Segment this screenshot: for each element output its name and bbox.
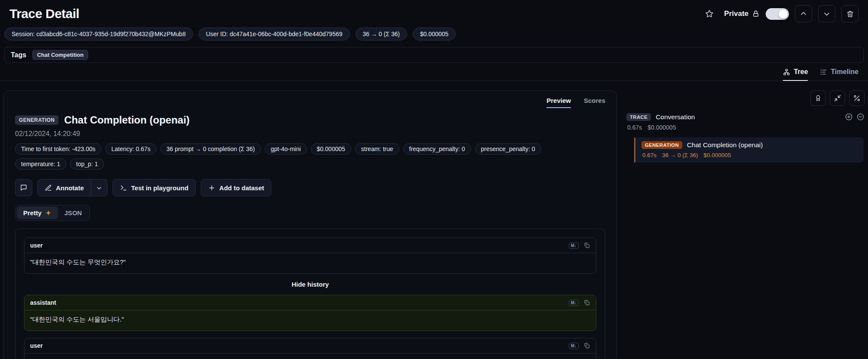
tags-label: Tags [11, 51, 26, 59]
playground-label: Test in playground [131, 184, 188, 192]
observation-title: Chat Completion (openai) [64, 114, 190, 126]
markdown-toggle-button[interactable]: M↓ [569, 300, 579, 306]
json-label: JSON [64, 209, 82, 217]
terminal-icon [120, 184, 127, 192]
tab-timeline[interactable]: Timeline [820, 68, 859, 81]
privacy-badge[interactable]: Private [724, 9, 760, 18]
tab-tree[interactable]: Tree [783, 68, 808, 81]
action-row: Annotate Test in playground [4, 179, 616, 196]
toggle-scores-button[interactable] [810, 90, 826, 106]
star-icon [705, 9, 714, 19]
annotate-button[interactable]: Annotate [37, 179, 91, 196]
pretty-tab[interactable]: Pretty [17, 207, 58, 219]
trace-tree-panel: TRACE Conversation [626, 90, 865, 163]
add-to-dataset-button[interactable]: Add to dataset [201, 179, 271, 196]
tags-panel[interactable]: Tags Chat Competition [4, 47, 864, 63]
pretty-label: Pretty [23, 209, 42, 217]
timeline-icon [820, 68, 827, 76]
chevron-up-icon [799, 9, 808, 18]
metric-pill: stream: true [355, 143, 399, 155]
metric-pill: Latency: 0.67s [105, 143, 156, 155]
page-title: Trace Detail [9, 6, 79, 21]
message-block-user: user M↓ "대한민국의 수도는 무엇인가요?" [24, 238, 596, 274]
sparkle-icon [45, 210, 52, 216]
user-id-badge[interactable]: User ID: dc47a41e-06bc-400d-bde1-f0e440d… [199, 28, 350, 40]
generation-node[interactable]: GENERATION Chat Completion (openai) 0.67… [634, 137, 864, 163]
metric-pill: 36 prompt → 0 completion (Σ 36) [160, 143, 261, 155]
markdown-toggle-button[interactable]: M↓ [569, 242, 579, 249]
generation-tokens: 36 → 0 (Σ 36) [662, 152, 698, 158]
privacy-toggle[interactable] [766, 8, 789, 20]
award-icon [814, 94, 822, 102]
observation-tabs: Preview Scores [4, 91, 616, 108]
tag-chip[interactable]: Chat Competition [32, 50, 88, 60]
copy-icon [583, 242, 590, 249]
delete-trace-button[interactable] [841, 5, 859, 22]
metric-pill: top_p: 1 [70, 158, 104, 170]
message-content: "대한민국의 수도는 서울입니다." [25, 310, 596, 331]
total-cost-badge: $0.000005 [413, 28, 456, 40]
session-badge[interactable]: Session: cd3abcd6-c81c-4037-935d-19d9f27… [4, 28, 193, 40]
copy-button[interactable] [583, 342, 590, 349]
copy-icon [583, 342, 590, 349]
token-usage-badge: 36 → 0 (Σ 36) [356, 28, 407, 40]
add-to-dataset-label: Add to dataset [219, 184, 264, 192]
topbar: Trace Detail Private [0, 0, 868, 25]
pencil-icon [45, 184, 52, 192]
tab-tree-label: Tree [794, 68, 808, 76]
tree-icon [783, 68, 790, 76]
metric-pill: presence_penalty: 0 [475, 143, 541, 155]
annotate-split-button: Annotate [37, 179, 107, 196]
trace-node[interactable]: TRACE Conversation [626, 113, 865, 121]
generation-cost: $0.000005 [703, 152, 731, 158]
expand-all-button[interactable] [845, 113, 853, 121]
tab-timeline-label: Timeline [831, 68, 859, 76]
metric-pill: $0.000005 [311, 143, 351, 155]
playground-button[interactable]: Test in playground [113, 179, 196, 196]
toggle-knob [779, 9, 788, 19]
trace-id-badges: Session: cd3abcd6-c81c-4037-935d-19d9f27… [0, 25, 868, 40]
annotate-label: Annotate [56, 184, 84, 192]
view-tabs: Tree Timeline [0, 63, 868, 81]
comment-button[interactable] [15, 179, 32, 196]
trace-detail-page: Trace Detail Private [0, 0, 868, 359]
copy-button[interactable] [583, 299, 590, 306]
plus-icon [208, 184, 215, 192]
markdown-toggle-button[interactable]: M↓ [569, 343, 579, 349]
generation-latency: 0.67s [642, 152, 656, 158]
generation-node-metrics: 0.67s 36 → 0 (Σ 36) $0.000005 [641, 152, 858, 158]
trash-icon [846, 10, 854, 18]
metric-pills: Time to first token: -423.00s Latency: 0… [15, 143, 591, 170]
hide-history-button[interactable]: Hide history [24, 281, 596, 288]
tab-preview[interactable]: Preview [546, 97, 571, 108]
bookmark-star-button[interactable] [701, 5, 718, 22]
metric-pill: frequency_penalty: 0 [403, 143, 471, 155]
json-tab[interactable]: JSON [58, 207, 89, 219]
trace-title: Conversation [656, 113, 695, 121]
lock-icon [752, 10, 760, 18]
metric-pill: Time to first token: -423.00s [15, 143, 101, 155]
message-role-label: user [30, 242, 43, 249]
circle-minus-icon [856, 113, 865, 121]
observation-header: GENERATION Chat Completion (openai) 02/1… [4, 108, 616, 170]
annotate-dropdown-button[interactable] [91, 179, 107, 196]
message-content: "감사합니다 " [25, 353, 596, 359]
message-role-label: assistant [30, 299, 56, 306]
generation-node-title: Chat Completion (openai) [687, 141, 763, 149]
copy-button[interactable] [583, 242, 590, 249]
collapse-tree-button[interactable] [856, 113, 865, 121]
previous-trace-button[interactable] [795, 5, 812, 22]
trace-metrics: 0.67s $0.000005 [626, 124, 865, 131]
generation-type-badge: GENERATION [15, 115, 58, 125]
collapse-all-button[interactable] [830, 90, 845, 106]
tab-scores[interactable]: Scores [584, 97, 605, 108]
message-block-user: user M↓ "감사합니다 " [24, 338, 596, 359]
message-role-label: user [30, 342, 43, 349]
format-toggle: Pretty JSON [15, 205, 90, 221]
next-trace-button[interactable] [818, 5, 835, 22]
toggle-metrics-button[interactable] [849, 90, 865, 106]
metric-pill: gpt-4o-mini [265, 143, 307, 155]
percent-icon [853, 94, 861, 102]
collapse-icon [834, 94, 841, 102]
main-content: Preview Scores GENERATION Chat Completio… [0, 81, 868, 359]
